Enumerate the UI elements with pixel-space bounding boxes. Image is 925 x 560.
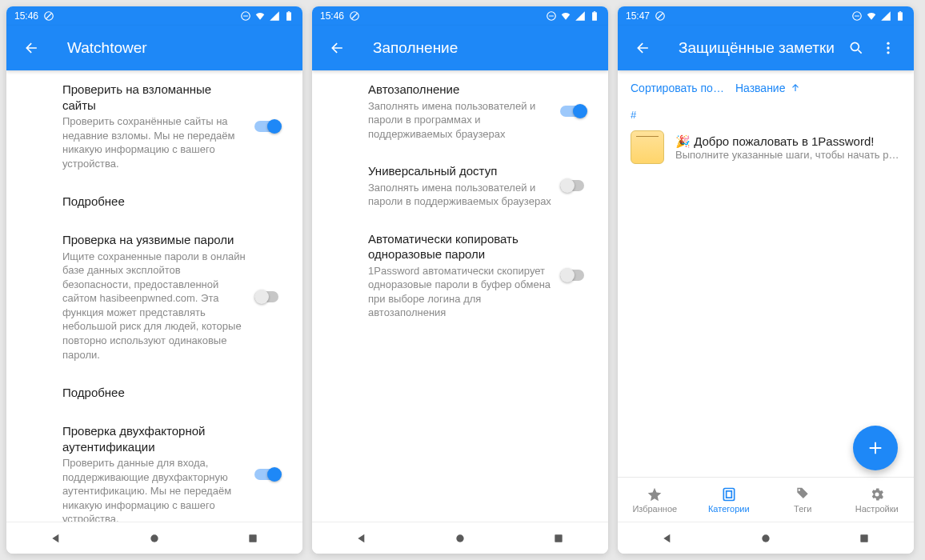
setting-accessibility[interactable]: Универсальный доступ Заполнять имена пол… xyxy=(312,152,608,220)
tab-label: Настройки xyxy=(855,504,899,514)
switch-breached-sites[interactable] xyxy=(254,118,282,134)
nav-home-button[interactable] xyxy=(130,532,178,545)
nav-back-button[interactable] xyxy=(338,532,386,545)
sort-bar[interactable]: Сортировать по… Название xyxy=(618,70,914,106)
sort-by-label: Сортировать по… xyxy=(631,82,724,94)
do-not-disturb-icon xyxy=(43,10,54,22)
search-button[interactable] xyxy=(840,32,872,64)
android-nav-bar xyxy=(6,522,302,554)
setting-title: Автозаполнение xyxy=(368,82,552,98)
gear-icon xyxy=(869,486,885,502)
setting-subtitle: Заполнять имена пользователей и пароли в… xyxy=(368,99,552,142)
nav-recent-button[interactable] xyxy=(535,532,583,545)
app-bar: Заполнение xyxy=(312,26,608,70)
circle-home-icon xyxy=(759,532,772,545)
android-nav-bar xyxy=(312,522,608,554)
arrow-back-icon xyxy=(330,40,346,56)
setting-subtitle: Заполнять имена пользователей и пароли в… xyxy=(368,181,552,209)
settings-list: Проверить на взломанные сайты Проверить … xyxy=(6,70,302,522)
setting-subtitle: Проверить сохранённые сайты на недавние … xyxy=(62,114,246,170)
back-button[interactable] xyxy=(322,32,354,64)
section-header: # xyxy=(618,106,914,124)
setting-subtitle: Проверить данные для входа, поддерживающ… xyxy=(62,456,246,522)
square-recent-icon xyxy=(552,532,565,545)
tag-icon xyxy=(795,486,811,502)
sort-field[interactable]: Название xyxy=(735,82,802,94)
sort-field-label: Название xyxy=(735,82,786,94)
fab-add-button[interactable] xyxy=(853,426,898,470)
battery-icon xyxy=(895,10,906,22)
minus-circle-icon xyxy=(851,10,863,22)
setting-title: Универсальный доступ xyxy=(368,163,552,179)
nav-home-button[interactable] xyxy=(742,532,790,545)
tab-tags[interactable]: Теги xyxy=(766,478,840,522)
svg-rect-2 xyxy=(286,12,291,20)
svg-rect-14 xyxy=(898,12,903,20)
bottom-nav: Избранное Категории Теги Настройки xyxy=(618,477,914,522)
page-title: Заполнение xyxy=(373,39,599,57)
svg-rect-21 xyxy=(726,490,731,497)
note-title: 🎉 Добро пожаловать в 1Password! xyxy=(675,134,901,149)
triangle-back-icon xyxy=(50,532,62,545)
nav-recent-button[interactable] xyxy=(229,532,277,545)
tab-label: Теги xyxy=(794,504,811,514)
nav-recent-button[interactable] xyxy=(840,532,888,545)
switch-accessibility[interactable] xyxy=(560,178,587,194)
switch-two-factor[interactable] xyxy=(254,466,282,482)
setting-vulnerable-passwords[interactable]: Проверка на уязвимые пароли Ищите сохран… xyxy=(6,221,302,373)
triangle-back-icon xyxy=(661,532,674,545)
note-subtitle: Выполните указанные шаги, чтобы начать р… xyxy=(675,149,901,161)
page-title: Watchtower xyxy=(67,39,293,57)
overflow-button[interactable] xyxy=(872,32,904,64)
learn-more-link[interactable]: Подробнее xyxy=(6,182,302,221)
settings-list: Автозаполнение Заполнять имена пользоват… xyxy=(312,70,608,522)
minus-circle-icon xyxy=(546,10,557,22)
android-nav-bar xyxy=(618,522,914,554)
svg-rect-20 xyxy=(723,488,734,500)
back-button[interactable] xyxy=(627,32,659,64)
svg-point-18 xyxy=(887,46,889,49)
search-icon xyxy=(848,40,864,56)
status-bar: 15:46 xyxy=(312,6,608,26)
tab-label: Категории xyxy=(708,504,750,514)
back-button[interactable] xyxy=(16,32,48,64)
svg-point-16 xyxy=(851,42,859,50)
tab-favorites[interactable]: Избранное xyxy=(618,478,692,522)
tab-label: Избранное xyxy=(632,504,677,514)
setting-breached-sites[interactable]: Проверить на взломанные сайты Проверить … xyxy=(6,70,302,182)
setting-copy-otp[interactable]: Автоматически копировать одноразовые пар… xyxy=(312,220,608,331)
triangle-back-icon xyxy=(355,532,368,545)
arrow-back-icon xyxy=(635,40,651,56)
note-icon xyxy=(631,130,664,164)
arrow-up-icon xyxy=(790,82,801,94)
setting-subtitle: 1Password автоматически скопирует однора… xyxy=(368,264,552,320)
svg-rect-3 xyxy=(288,11,290,12)
tab-settings[interactable]: Настройки xyxy=(840,478,915,522)
notes-content: Сортировать по… Название # 🎉 Добро пожал… xyxy=(618,70,914,477)
setting-autofill[interactable]: Автозаполнение Заполнять имена пользоват… xyxy=(312,70,608,152)
status-bar: 15:47 xyxy=(618,6,914,26)
switch-autofill[interactable] xyxy=(560,103,587,119)
square-recent-icon xyxy=(858,532,871,545)
svg-rect-9 xyxy=(594,11,595,12)
nav-back-button[interactable] xyxy=(643,532,691,545)
tab-categories[interactable]: Категории xyxy=(692,478,767,522)
plus-icon xyxy=(867,439,884,457)
switch-vulnerable-passwords[interactable] xyxy=(254,289,282,305)
do-not-disturb-icon xyxy=(349,10,360,22)
wifi-icon xyxy=(866,10,877,22)
status-time: 15:46 xyxy=(320,10,344,22)
setting-title: Проверка двухфакторной аутентификации xyxy=(62,423,246,454)
battery-icon xyxy=(589,10,600,22)
learn-more-link[interactable]: Подробнее xyxy=(6,373,302,412)
note-item[interactable]: 🎉 Добро пожаловать в 1Password! Выполнит… xyxy=(618,124,914,170)
nav-home-button[interactable] xyxy=(436,532,484,545)
circle-home-icon xyxy=(454,532,467,545)
switch-copy-otp[interactable] xyxy=(560,267,587,283)
signal-icon xyxy=(880,10,891,22)
nav-back-button[interactable] xyxy=(32,532,80,545)
setting-title: Проверка на уязвимые пароли xyxy=(62,232,246,248)
svg-rect-8 xyxy=(592,12,597,20)
signal-icon xyxy=(269,10,280,22)
setting-two-factor[interactable]: Проверка двухфакторной аутентификации Пр… xyxy=(6,412,302,522)
